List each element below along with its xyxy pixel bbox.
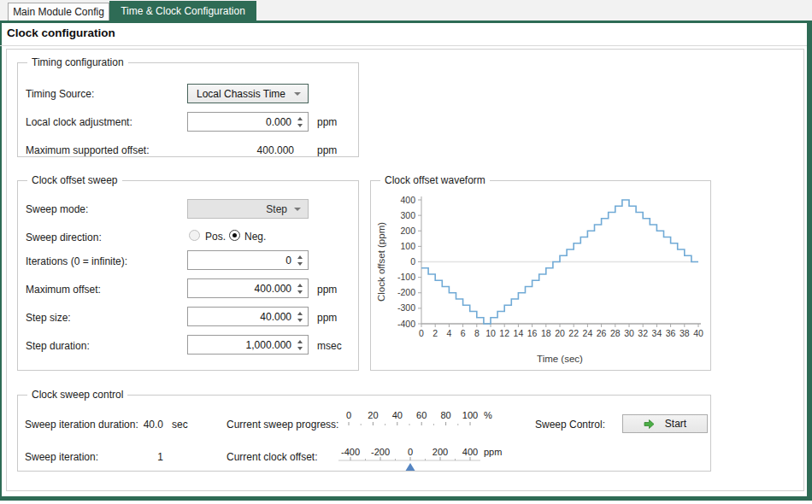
maximum-supported-offset-value: 400.000 [187, 144, 294, 156]
spinner-buttons[interactable] [294, 279, 306, 297]
offset-pointer-icon [406, 463, 415, 471]
svg-text:0: 0 [419, 328, 424, 338]
iterations-input[interactable]: 0 [187, 250, 309, 270]
step-size-input[interactable]: 40.000 [187, 307, 309, 326]
maximum-supported-offset-unit: ppm [317, 144, 337, 156]
clock-offset-sweep-title: Clock offset sweep [27, 174, 122, 186]
local-clock-adjustment-unit: ppm [317, 116, 337, 128]
svg-text:40: 40 [392, 410, 403, 420]
clock-offset-waveform-group: Clock offset waveform 4003002001000-100-… [370, 180, 711, 371]
svg-text:400: 400 [400, 195, 415, 205]
svg-text:300: 300 [400, 210, 415, 220]
chevron-down-icon [294, 92, 301, 96]
spin-down-icon[interactable] [297, 290, 303, 294]
step-duration-value: 1,000.000 [191, 339, 291, 351]
svg-text:34: 34 [652, 328, 662, 338]
tab-time-clock-configuration[interactable]: Time & Clock Configuration [109, 1, 256, 21]
maximum-offset-value: 400.000 [191, 283, 291, 295]
svg-text:36: 36 [666, 328, 676, 338]
svg-text:4: 4 [446, 328, 451, 338]
svg-text:400: 400 [462, 447, 478, 457]
clock-sweep-control-title: Clock sweep control [27, 389, 127, 401]
step-duration-input[interactable]: 1,000.000 [187, 335, 309, 355]
svg-text:40: 40 [693, 328, 703, 338]
radio-neg[interactable] [229, 230, 240, 241]
svg-text:0: 0 [410, 256, 415, 267]
spin-up-icon[interactable] [297, 340, 303, 343]
spinner-buttons[interactable] [294, 251, 306, 269]
step-size-unit: ppm [317, 312, 337, 324]
svg-text:-300: -300 [397, 302, 415, 313]
step-duration-unit: msec [317, 340, 342, 352]
spin-up-icon[interactable] [297, 255, 303, 259]
chevron-down-icon [294, 208, 301, 211]
current-clock-offset-label: Current clock offset: [227, 451, 318, 463]
sweep-control-label: Sweep Control: [535, 419, 605, 431]
clock-offset-sweep-group: Clock offset sweep Sweep mode: Step Swee… [17, 180, 359, 371]
spinner-buttons[interactable] [294, 336, 306, 354]
local-clock-adjustment-label: Local clock adjustment: [26, 116, 132, 128]
tab-main-module-config[interactable]: Main Module Config [8, 3, 109, 21]
sweep-mode-value: Step [188, 203, 294, 215]
sweep-iteration-duration-value: 40.0 [129, 419, 163, 431]
svg-text:26: 26 [597, 328, 607, 338]
window-border-right [807, 21, 812, 500]
svg-text:-400: -400 [341, 447, 360, 457]
y-axis-label: Clock offset (ppm) [376, 222, 386, 302]
spin-down-icon[interactable] [297, 347, 303, 350]
svg-text:-200: -200 [397, 287, 415, 297]
start-button[interactable]: Start [622, 414, 708, 433]
maximum-offset-input[interactable]: 400.000 [187, 278, 309, 298]
radio-neg-label[interactable]: Neg. [244, 231, 266, 243]
timing-source-dropdown[interactable]: Local Chassis Time [187, 84, 309, 103]
radio-pos-label[interactable]: Pos. [205, 231, 226, 243]
tab-bar: Main Module Config Time & Clock Configur… [0, 0, 812, 21]
svg-text:24: 24 [583, 328, 593, 338]
spin-down-icon[interactable] [297, 124, 303, 127]
sweep-iteration-value: 1 [129, 451, 163, 463]
waveform-chart: 4003002001000-100-200-300-40002468101214… [371, 181, 710, 370]
gauge-unit: % [484, 410, 492, 420]
svg-text:32: 32 [638, 328, 648, 338]
spin-down-icon[interactable] [297, 319, 303, 322]
svg-text:100: 100 [400, 241, 415, 251]
step-size-value: 40.000 [191, 311, 291, 323]
svg-text:20: 20 [368, 410, 378, 420]
sweep-iteration-duration-unit: sec [172, 419, 188, 431]
window-border-left [0, 21, 2, 500]
window-border-bottom [0, 496, 812, 501]
svg-text:38: 38 [680, 328, 690, 338]
svg-text:14: 14 [514, 328, 524, 338]
step-duration-label: Step duration: [26, 340, 90, 352]
timing-source-value: Local Chassis Time [188, 88, 294, 100]
start-button-label: Start [665, 418, 686, 430]
svg-text:-400: -400 [397, 319, 415, 329]
svg-text:60: 60 [416, 410, 427, 420]
svg-text:80: 80 [440, 410, 450, 420]
svg-text:20: 20 [555, 328, 565, 338]
spin-up-icon[interactable] [297, 312, 303, 315]
svg-text:28: 28 [610, 328, 621, 338]
spinner-buttons[interactable] [294, 113, 306, 131]
spin-up-icon[interactable] [297, 284, 303, 287]
local-clock-adjustment-value: 0.000 [191, 116, 291, 128]
spinner-buttons[interactable] [294, 308, 306, 325]
spin-down-icon[interactable] [297, 262, 303, 266]
local-clock-adjustment-input[interactable]: 0.000 [187, 112, 309, 132]
page-title: Clock configuration [7, 26, 115, 39]
clock-sweep-control-group: Clock sweep control Sweep iteration dura… [17, 395, 711, 472]
spin-up-icon[interactable] [297, 117, 303, 120]
step-size-label: Step size: [26, 312, 71, 324]
svg-text:8: 8 [474, 328, 480, 338]
timing-configuration-group: Timing configuration Timing Source: Loca… [17, 62, 359, 157]
svg-text:12: 12 [499, 328, 509, 338]
svg-text:10: 10 [485, 328, 496, 338]
radio-pos[interactable] [189, 230, 200, 241]
title-separator [0, 45, 807, 46]
svg-text:-200: -200 [371, 447, 390, 457]
svg-text:30: 30 [624, 328, 634, 338]
clock-offset-waveform-title: Clock offset waveform [380, 174, 490, 186]
timing-configuration-title: Timing configuration [27, 56, 128, 68]
sweep-progress-gauge: 020406080100% [337, 407, 499, 430]
svg-text:16: 16 [527, 328, 538, 338]
